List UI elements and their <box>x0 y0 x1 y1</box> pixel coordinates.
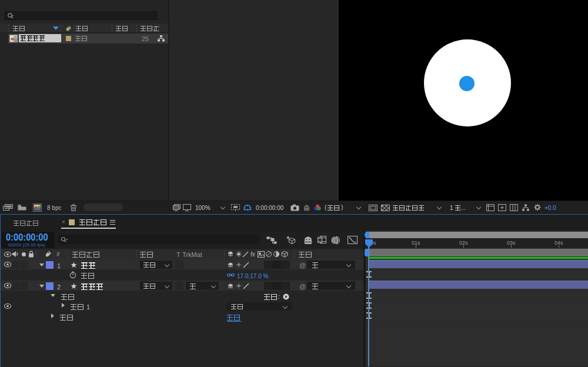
svg-text:fx: fx <box>250 251 256 258</box>
